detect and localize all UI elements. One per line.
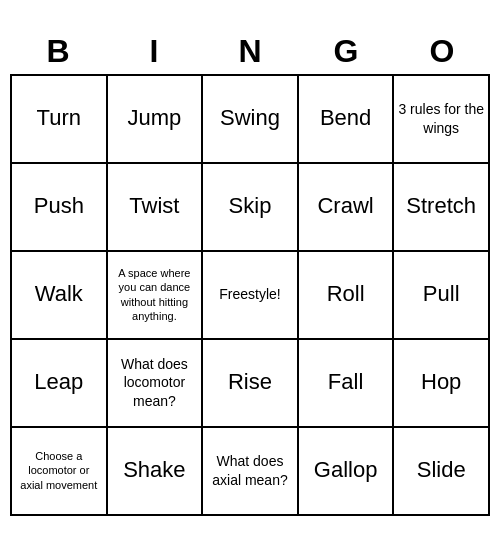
bingo-board: BINGO TurnJumpSwingBend3 rules for the w… bbox=[10, 29, 490, 516]
bingo-cell-0-0[interactable]: Turn bbox=[12, 76, 108, 164]
bingo-cell-3-3[interactable]: Fall bbox=[299, 340, 395, 428]
cell-content: Walk bbox=[35, 282, 83, 306]
bingo-cell-4-4[interactable]: Slide bbox=[394, 428, 490, 516]
bingo-cell-3-2[interactable]: Rise bbox=[203, 340, 299, 428]
bingo-cell-4-3[interactable]: Gallop bbox=[299, 428, 395, 516]
cell-content: Slide bbox=[417, 458, 466, 482]
cell-content: Bend bbox=[320, 106, 371, 130]
bingo-grid: TurnJumpSwingBend3 rules for the wingsPu… bbox=[10, 74, 490, 516]
cell-content: Gallop bbox=[314, 458, 378, 482]
bingo-cell-1-0[interactable]: Push bbox=[12, 164, 108, 252]
cell-content: Choose a locomotor or axial movement bbox=[16, 449, 102, 492]
cell-content: A space where you can dance without hitt… bbox=[112, 266, 198, 323]
bingo-cell-2-3[interactable]: Roll bbox=[299, 252, 395, 340]
cell-content: Pull bbox=[423, 282, 460, 306]
bingo-cell-2-4[interactable]: Pull bbox=[394, 252, 490, 340]
cell-content: Push bbox=[34, 194, 84, 218]
bingo-cell-1-2[interactable]: Skip bbox=[203, 164, 299, 252]
cell-content: What does axial mean? bbox=[207, 452, 293, 488]
bingo-cell-0-1[interactable]: Jump bbox=[108, 76, 204, 164]
bingo-cell-2-2[interactable]: Freestyle! bbox=[203, 252, 299, 340]
bingo-cell-2-1[interactable]: A space where you can dance without hitt… bbox=[108, 252, 204, 340]
bingo-cell-4-0[interactable]: Choose a locomotor or axial movement bbox=[12, 428, 108, 516]
bingo-cell-4-2[interactable]: What does axial mean? bbox=[203, 428, 299, 516]
cell-content: Hop bbox=[421, 370, 461, 394]
bingo-cell-0-2[interactable]: Swing bbox=[203, 76, 299, 164]
bingo-cell-1-4[interactable]: Stretch bbox=[394, 164, 490, 252]
bingo-cell-0-4[interactable]: 3 rules for the wings bbox=[394, 76, 490, 164]
header-letter: I bbox=[106, 29, 202, 74]
bingo-cell-3-1[interactable]: What does locomotor mean? bbox=[108, 340, 204, 428]
cell-content: What does locomotor mean? bbox=[112, 355, 198, 410]
header-letter: N bbox=[202, 29, 298, 74]
bingo-cell-2-0[interactable]: Walk bbox=[12, 252, 108, 340]
cell-content: Crawl bbox=[317, 194, 373, 218]
cell-content: Skip bbox=[229, 194, 272, 218]
cell-content: Rise bbox=[228, 370, 272, 394]
cell-content: Shake bbox=[123, 458, 185, 482]
cell-content: 3 rules for the wings bbox=[398, 100, 484, 136]
cell-content: Roll bbox=[327, 282, 365, 306]
bingo-header: BINGO bbox=[10, 29, 490, 74]
bingo-cell-3-4[interactable]: Hop bbox=[394, 340, 490, 428]
header-letter: O bbox=[394, 29, 490, 74]
cell-content: Leap bbox=[34, 370, 83, 394]
cell-content: Jump bbox=[127, 106, 181, 130]
bingo-cell-1-3[interactable]: Crawl bbox=[299, 164, 395, 252]
cell-content: Fall bbox=[328, 370, 363, 394]
cell-content: Twist bbox=[129, 194, 179, 218]
cell-content: Swing bbox=[220, 106, 280, 130]
cell-content: Stretch bbox=[406, 194, 476, 218]
cell-content: Turn bbox=[37, 106, 81, 130]
header-letter: B bbox=[10, 29, 106, 74]
cell-content: Freestyle! bbox=[219, 285, 280, 303]
bingo-cell-1-1[interactable]: Twist bbox=[108, 164, 204, 252]
bingo-cell-3-0[interactable]: Leap bbox=[12, 340, 108, 428]
bingo-cell-4-1[interactable]: Shake bbox=[108, 428, 204, 516]
header-letter: G bbox=[298, 29, 394, 74]
bingo-cell-0-3[interactable]: Bend bbox=[299, 76, 395, 164]
